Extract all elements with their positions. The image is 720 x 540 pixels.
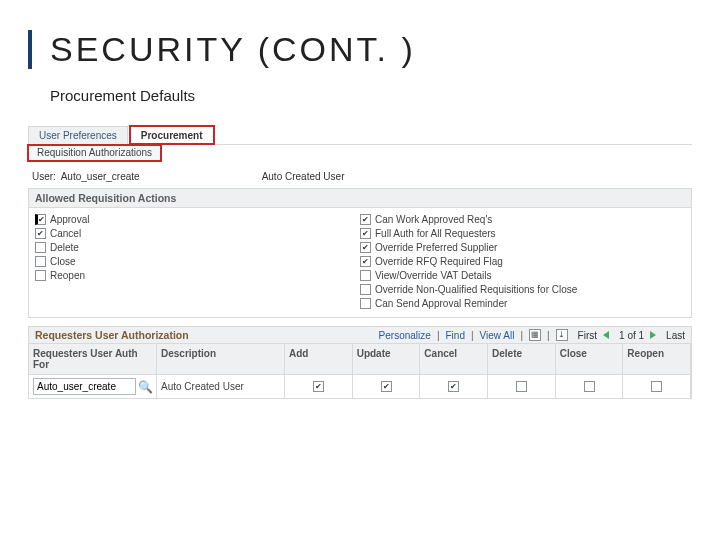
grid-checkbox-add[interactable] (313, 381, 324, 392)
label-override-nonqualified: Override Non-Qualified Requisitions for … (375, 284, 577, 295)
label-close: Close (50, 256, 76, 267)
auto-created-user-label: Auto Created User (262, 171, 345, 182)
col-delete[interactable]: Delete (488, 344, 556, 375)
actions-col-right: Can Work Approved Req's Full Auth for Al… (360, 214, 685, 309)
label-can-work-approved: Can Work Approved Req's (375, 214, 492, 225)
app-screenshot: User Preferences Procurement Requisition… (28, 126, 692, 399)
label-can-send-reminder: Can Send Approval Reminder (375, 298, 507, 309)
input-requesters-user[interactable] (33, 378, 136, 395)
checkbox-full-auth[interactable] (360, 228, 371, 239)
col-requesters-user[interactable]: Requesters User Auth For (29, 344, 157, 375)
grid-checkbox-close[interactable] (584, 381, 595, 392)
requesters-auth-title: Requesters User Authorization (35, 329, 189, 341)
checkbox-approval[interactable] (35, 214, 46, 225)
checkbox-delete[interactable] (35, 242, 46, 253)
checkbox-cancel[interactable] (35, 228, 46, 239)
link-view-all[interactable]: View All (480, 330, 515, 341)
checkbox-override-nonqualified[interactable] (360, 284, 371, 295)
nav-prev-icon[interactable] (603, 331, 609, 339)
nav-range: 1 of 1 (619, 330, 644, 341)
col-reopen[interactable]: Reopen (623, 344, 691, 375)
link-find[interactable]: Find (445, 330, 464, 341)
actions-col-left: Approval Cancel Delete Close Reopen (35, 214, 360, 309)
checkbox-close[interactable] (35, 256, 46, 267)
checkbox-override-rfq[interactable] (360, 256, 371, 267)
tab-procurement[interactable]: Procurement (130, 126, 214, 144)
checkbox-view-vat[interactable] (360, 270, 371, 281)
tab-strip: User Preferences Procurement (28, 126, 692, 144)
label-override-supplier: Override Preferred Supplier (375, 242, 497, 253)
page-title: SECURITY (CONT. ) (50, 30, 692, 69)
checkbox-can-work-approved[interactable] (360, 214, 371, 225)
col-add[interactable]: Add (285, 344, 353, 375)
download-icon[interactable]: ⤓ (556, 329, 568, 341)
subtab-requisition-authorizations[interactable]: Requisition Authorizations (28, 145, 161, 161)
label-full-auth: Full Auth for All Requesters (375, 228, 496, 239)
checkbox-reopen[interactable] (35, 270, 46, 281)
col-cancel[interactable]: Cancel (420, 344, 488, 375)
allowed-requisition-actions-header: Allowed Requisition Actions (28, 188, 692, 208)
zoom-icon[interactable]: ▦ (529, 329, 541, 341)
col-close[interactable]: Close (556, 344, 624, 375)
checkbox-override-supplier[interactable] (360, 242, 371, 253)
grid-checkbox-cancel[interactable] (448, 381, 459, 392)
lookup-icon[interactable]: 🔍 (138, 380, 152, 394)
grid-checkbox-reopen[interactable] (651, 381, 662, 392)
requesters-auth-header-row: Requesters User Authorization Personaliz… (28, 326, 692, 344)
checkbox-can-send-reminder[interactable] (360, 298, 371, 309)
tab-user-preferences[interactable]: User Preferences (28, 126, 128, 144)
nav-last-label: Last (666, 330, 685, 341)
label-reopen: Reopen (50, 270, 85, 281)
label-approval: Approval (50, 214, 89, 225)
page-subtitle: Procurement Defaults (50, 87, 692, 104)
label-override-rfq: Override RFQ Required Flag (375, 256, 503, 267)
nav-next-icon[interactable] (650, 331, 656, 339)
user-value: Auto_user_create (61, 171, 140, 182)
col-description[interactable]: Description (157, 344, 285, 375)
requesters-auth-grid: Requesters User Auth For Description Add… (28, 344, 692, 399)
user-label: User: (32, 171, 56, 182)
grid-checkbox-delete[interactable] (516, 381, 527, 392)
grid-header-row: Requesters User Auth For Description Add… (29, 344, 691, 375)
link-personalize[interactable]: Personalize (379, 330, 431, 341)
cell-description: Auto Created User (161, 381, 244, 392)
nav-first-label: First (578, 330, 597, 341)
allowed-actions-box: Approval Cancel Delete Close Reopen Can … (28, 208, 692, 318)
user-info-row: User: Auto_user_create Auto Created User (28, 161, 692, 188)
grid-data-row: 🔍 Auto Created User (29, 375, 691, 398)
label-view-vat: View/Override VAT Details (375, 270, 492, 281)
label-delete: Delete (50, 242, 79, 253)
label-cancel: Cancel (50, 228, 81, 239)
grid-checkbox-update[interactable] (381, 381, 392, 392)
col-update[interactable]: Update (353, 344, 421, 375)
